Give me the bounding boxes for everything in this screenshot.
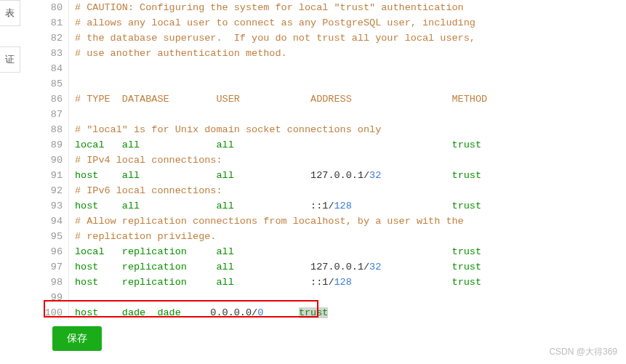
code-content[interactable]: # IPv4 local connections: xyxy=(69,153,626,168)
code-content[interactable]: # IPv6 local connections: xyxy=(69,183,626,198)
code-content[interactable]: # use another authentication method. xyxy=(69,46,626,61)
line-number: 91 xyxy=(44,168,68,183)
sidebar-item-0[interactable]: 表 xyxy=(0,0,20,26)
code-content[interactable]: # TYPE DATABASE USER ADDRESS METHOD xyxy=(69,92,626,107)
code-token: 128 xyxy=(334,277,352,288)
code-line[interactable]: 89local all all trust xyxy=(44,137,626,153)
code-token: 32 xyxy=(369,170,381,181)
code-content[interactable]: # CAUTION: Configuring the system for lo… xyxy=(69,0,626,15)
code-token: host xyxy=(75,262,98,272)
line-number: 86 xyxy=(44,92,68,107)
code-content[interactable]: local replication all trust xyxy=(69,244,626,259)
code-token xyxy=(140,139,216,150)
code-token: trust xyxy=(299,307,329,318)
code-token xyxy=(145,307,157,318)
code-line[interactable]: 99 xyxy=(44,290,626,305)
code-token: host xyxy=(75,277,98,288)
code-content[interactable]: # Allow replication connections from loc… xyxy=(69,214,626,229)
code-line[interactable]: 85 xyxy=(44,76,626,92)
code-token xyxy=(98,201,121,211)
code-content[interactable]: local all all trust xyxy=(69,137,626,153)
code-line[interactable]: 80# CAUTION: Configuring the system for … xyxy=(44,0,626,15)
code-token xyxy=(187,246,217,257)
code-token: 128 xyxy=(334,201,352,211)
code-content[interactable]: # the database superuser. If you do not … xyxy=(69,31,626,46)
code-token: all xyxy=(216,262,233,272)
code-line[interactable]: 82# the database superuser. If you do no… xyxy=(44,31,626,46)
code-content[interactable]: host all all 127.0.0.1/32 trust xyxy=(69,168,626,183)
code-line[interactable]: 81# allows any local user to connect as … xyxy=(44,15,626,31)
code-token: # allows any local user to connect as an… xyxy=(75,17,475,28)
code-line[interactable]: 97host replication all 127.0.0.1/32 trus… xyxy=(44,259,626,275)
code-content[interactable]: # "local" is for Unix domain socket conn… xyxy=(69,122,626,137)
code-content[interactable]: # allows any local user to connect as an… xyxy=(69,15,626,31)
code-token: 32 xyxy=(369,262,381,272)
code-token xyxy=(263,307,299,318)
code-token: # replication privilege. xyxy=(75,231,216,242)
code-token: # IPv6 local connections: xyxy=(75,185,222,196)
code-line[interactable]: 87 xyxy=(44,107,626,122)
gutter-border xyxy=(68,290,69,305)
code-token xyxy=(187,277,217,288)
line-number: 88 xyxy=(44,122,68,137)
code-token: replication xyxy=(122,262,187,272)
code-line[interactable]: 90# IPv4 local connections: xyxy=(44,153,626,168)
code-token: trust xyxy=(452,277,482,288)
line-number: 87 xyxy=(44,107,68,122)
code-line[interactable]: 96local replication all trust xyxy=(44,244,626,259)
save-button[interactable]: 保存 xyxy=(52,326,102,351)
code-token: # use another authentication method. xyxy=(75,48,287,59)
code-token: dade xyxy=(157,307,180,318)
code-line[interactable]: 94# Allow replication connections from l… xyxy=(44,214,626,229)
code-line[interactable]: 98host replication all ::1/128 trust xyxy=(44,275,626,290)
code-token: trust xyxy=(452,139,482,150)
line-number: 95 xyxy=(44,229,68,244)
code-token: 127.0.0.1/ xyxy=(234,262,369,272)
line-number: 85 xyxy=(44,76,68,92)
line-number: 81 xyxy=(44,15,68,31)
code-token: # CAUTION: Configuring the system for lo… xyxy=(75,2,464,13)
code-token xyxy=(352,277,452,288)
code-token xyxy=(140,170,216,181)
code-token: trust xyxy=(452,246,482,257)
code-token xyxy=(234,246,452,257)
code-token xyxy=(352,201,452,211)
code-line[interactable]: 93host all all ::1/128 trust xyxy=(44,198,626,214)
code-content[interactable]: host replication all 127.0.0.1/32 trust xyxy=(69,259,626,275)
code-token: all xyxy=(216,139,233,150)
code-token: host xyxy=(75,307,98,318)
watermark-text: CSDN @大得369 xyxy=(549,346,617,358)
code-token: ::1/ xyxy=(234,277,334,288)
sidebar-item-1[interactable]: 证 xyxy=(0,46,20,73)
code-content[interactable]: host dade dade 0.0.0.0/0 trust xyxy=(69,305,626,320)
code-line[interactable]: 88# "local" is for Unix domain socket co… xyxy=(44,122,626,137)
code-line[interactable]: 92# IPv6 local connections: xyxy=(44,183,626,198)
code-token: local xyxy=(75,139,105,150)
code-token: all xyxy=(216,246,233,257)
code-line[interactable]: 86# TYPE DATABASE USER ADDRESS METHOD xyxy=(44,92,626,107)
code-content[interactable]: host all all ::1/128 trust xyxy=(69,198,626,214)
code-token: all xyxy=(216,170,233,181)
code-line[interactable]: 84 xyxy=(44,61,626,76)
code-token: trust xyxy=(452,170,482,181)
code-token xyxy=(105,246,122,257)
code-token xyxy=(98,262,121,272)
line-number: 96 xyxy=(44,244,68,259)
code-content[interactable]: # replication privilege. xyxy=(69,229,626,244)
line-number: 98 xyxy=(44,275,68,290)
code-line[interactable]: 83# use another authentication method. xyxy=(44,46,626,61)
code-line[interactable]: 91host all all 127.0.0.1/32 trust xyxy=(44,168,626,183)
code-token: host xyxy=(75,170,98,181)
code-editor[interactable]: 80# CAUTION: Configuring the system for … xyxy=(44,0,626,320)
code-token xyxy=(98,277,121,288)
line-number: 82 xyxy=(44,31,68,46)
code-token: all xyxy=(216,277,233,288)
code-token: all xyxy=(122,139,140,150)
code-content[interactable]: host replication all ::1/128 trust xyxy=(69,275,626,290)
code-line[interactable]: 95# replication privilege. xyxy=(44,229,626,244)
gutter-border xyxy=(68,76,69,92)
line-number: 92 xyxy=(44,183,68,198)
code-token: # the database superuser. If you do not … xyxy=(75,33,475,44)
code-token xyxy=(105,139,122,150)
code-line[interactable]: 100host dade dade 0.0.0.0/0 trust xyxy=(44,305,626,320)
